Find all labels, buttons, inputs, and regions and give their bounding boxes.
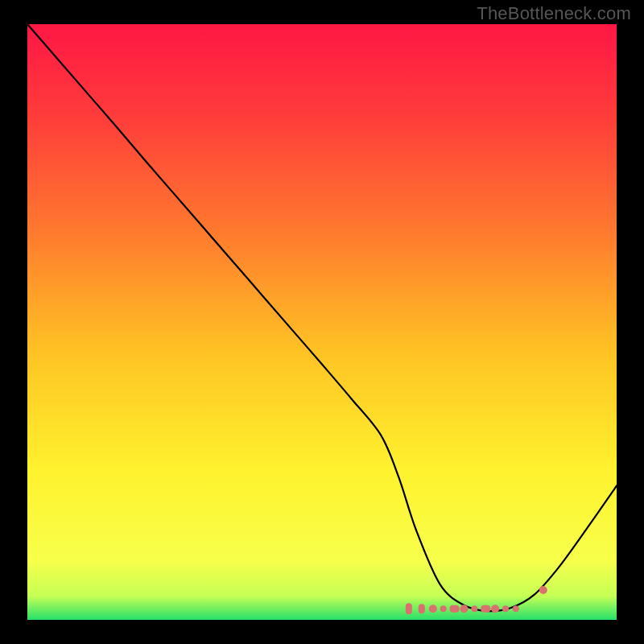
svg-point-10	[513, 605, 519, 612]
svg-rect-4	[450, 605, 460, 613]
svg-point-9	[502, 605, 509, 612]
svg-rect-0	[406, 603, 412, 614]
svg-point-8	[491, 605, 499, 613]
bottleneck-chart	[27, 24, 617, 620]
svg-point-5	[460, 605, 468, 613]
svg-point-3	[440, 605, 447, 612]
svg-point-6	[471, 605, 477, 612]
svg-rect-7	[481, 605, 490, 613]
svg-rect-1	[419, 604, 425, 613]
svg-point-11	[539, 586, 547, 594]
watermark-text: TheBottleneck.com	[477, 3, 631, 24]
chart-container: TheBottleneck.com	[0, 0, 644, 644]
svg-point-2	[429, 605, 437, 613]
gradient-background	[27, 24, 617, 620]
